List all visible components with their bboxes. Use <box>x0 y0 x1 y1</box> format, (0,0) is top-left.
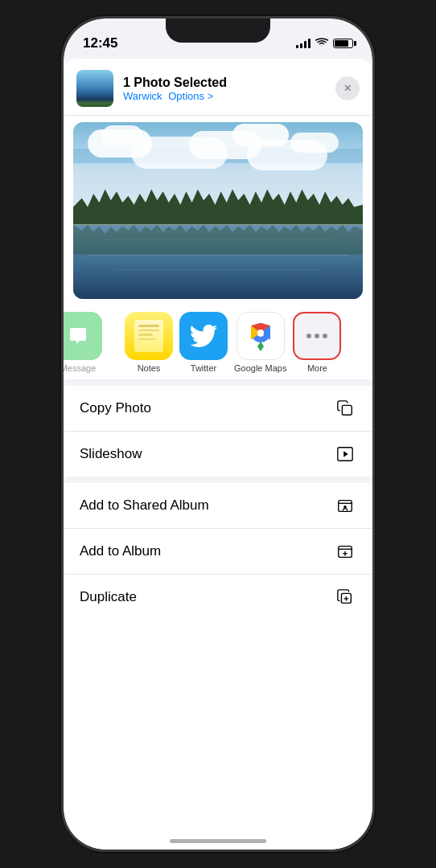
location-text: Warwick <box>123 90 162 102</box>
wifi-icon <box>315 37 328 50</box>
phone-screen: 12:45 <box>64 18 372 850</box>
status-icons <box>296 37 353 50</box>
play-icon <box>334 443 356 465</box>
more-dots-icon <box>306 334 327 338</box>
notch <box>166 18 270 43</box>
svg-rect-3 <box>342 405 352 415</box>
duplicate-icon <box>334 586 356 608</box>
app-label-twitter: Twitter <box>191 363 216 373</box>
share-header: 1 Photo Selected Warwick Options > <box>64 59 372 116</box>
action-shared-album-label: Add to Shared Album <box>80 497 209 514</box>
share-app-twitter[interactable]: Twitter <box>179 312 228 373</box>
battery-icon <box>333 39 353 48</box>
copy-icon <box>334 397 356 420</box>
signal-icon <box>296 39 311 48</box>
share-sheet: 1 Photo Selected Warwick Options > <box>64 59 372 850</box>
svg-point-2 <box>257 330 264 336</box>
action-slideshow[interactable]: Slideshow <box>64 432 372 477</box>
share-app-notes[interactable]: Notes <box>125 312 173 373</box>
status-time: 12:45 <box>83 35 117 51</box>
share-app-gmaps[interactable]: Google Maps <box>234 312 286 373</box>
photo-thumbnail <box>76 70 113 107</box>
section-divider-1 <box>64 379 372 386</box>
section-divider-2 <box>64 477 372 483</box>
svg-marker-5 <box>343 451 348 457</box>
water-layer <box>73 225 363 299</box>
share-app-message[interactable]: Message <box>64 312 102 373</box>
app-label-more: More <box>307 363 327 373</box>
action-section-1: Copy Photo Slideshow <box>64 386 372 477</box>
action-add-album-label: Add to Album <box>80 543 161 559</box>
action-duplicate-label: Duplicate <box>80 589 137 605</box>
action-duplicate[interactable]: Duplicate <box>64 575 372 620</box>
add-album-icon <box>334 540 356 563</box>
share-app-more[interactable]: More <box>293 312 341 373</box>
phone-frame: 12:45 <box>61 16 375 852</box>
action-section-2: Add to Shared Album Add to Albu <box>64 483 372 620</box>
action-slideshow-label: Slideshow <box>80 446 142 462</box>
app-label-notes: Notes <box>138 363 161 373</box>
photo-landscape <box>73 122 363 299</box>
app-label-gmaps: Google Maps <box>234 363 286 373</box>
action-add-album[interactable]: Add to Album <box>64 529 372 575</box>
app-label-message: Message <box>64 363 96 373</box>
photo-preview: ✓ <box>73 122 363 299</box>
action-copy-photo[interactable]: Copy Photo <box>64 386 372 432</box>
share-header-info: 1 Photo Selected Warwick Options > <box>123 76 326 102</box>
app-icons-row: Message Notes <box>64 305 372 379</box>
home-indicator <box>170 839 266 843</box>
action-add-shared-album[interactable]: Add to Shared Album <box>64 483 372 529</box>
share-subtitle: Warwick Options > <box>123 90 326 102</box>
options-link[interactable]: Options > <box>168 90 213 102</box>
share-title: 1 Photo Selected <box>123 76 326 90</box>
shared-album-icon <box>334 494 356 517</box>
close-button[interactable] <box>335 76 360 100</box>
action-list: Copy Photo Slideshow <box>64 386 372 850</box>
action-copy-photo-label: Copy Photo <box>80 400 151 416</box>
